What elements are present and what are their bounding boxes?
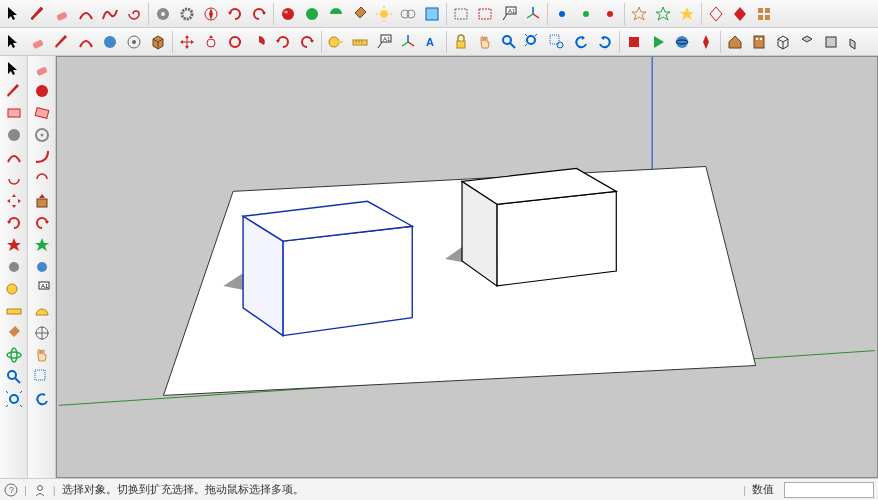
left-view-tool[interactable] bbox=[843, 30, 867, 54]
circle-center-side[interactable] bbox=[30, 124, 54, 146]
disc-small-side[interactable] bbox=[2, 256, 26, 278]
curve-red-side[interactable] bbox=[2, 146, 26, 168]
rotate-cw-side[interactable] bbox=[30, 212, 54, 234]
eraser-side[interactable] bbox=[30, 58, 54, 80]
gear-tool[interactable] bbox=[175, 2, 199, 26]
line-tool[interactable] bbox=[26, 2, 50, 26]
crosshair-alt-side[interactable] bbox=[30, 190, 54, 212]
lock-tool[interactable] bbox=[449, 30, 473, 54]
hand-tool[interactable] bbox=[473, 30, 497, 54]
circle-side[interactable] bbox=[2, 124, 26, 146]
text-note-tool[interactable]: A1 bbox=[497, 2, 521, 26]
text-note-side[interactable]: A1 bbox=[30, 278, 54, 300]
axis-tool[interactable] bbox=[521, 2, 545, 26]
dot-red-tool[interactable] bbox=[598, 2, 622, 26]
sun-tool[interactable] bbox=[372, 2, 396, 26]
measure-side[interactable] bbox=[2, 300, 26, 322]
info-icon[interactable]: ? bbox=[4, 483, 18, 497]
hand-side[interactable] bbox=[30, 344, 54, 366]
rotate-tool[interactable] bbox=[223, 2, 247, 26]
arc-side[interactable] bbox=[30, 146, 54, 168]
pencil-side[interactable] bbox=[2, 80, 26, 102]
spiral-alt-side[interactable] bbox=[30, 168, 54, 190]
grid-tool[interactable] bbox=[752, 2, 776, 26]
3d-text-tool[interactable]: A bbox=[420, 30, 444, 54]
diamond-tool[interactable] bbox=[704, 2, 728, 26]
eraser-tool-2[interactable] bbox=[26, 30, 50, 54]
sphere-view-tool[interactable] bbox=[670, 30, 694, 54]
disc-blue-side[interactable] bbox=[30, 256, 54, 278]
dot-green-tool[interactable] bbox=[574, 2, 598, 26]
freehand-tool[interactable] bbox=[98, 2, 122, 26]
undo-side[interactable] bbox=[30, 388, 54, 410]
person-icon[interactable] bbox=[33, 483, 47, 497]
rect-side[interactable] bbox=[2, 102, 26, 124]
star-green-side[interactable] bbox=[30, 234, 54, 256]
rect-rot-side[interactable] bbox=[30, 102, 54, 124]
star-filled-tool[interactable] bbox=[675, 2, 699, 26]
front-view-tool[interactable] bbox=[819, 30, 843, 54]
iso-view-tool[interactable] bbox=[771, 30, 795, 54]
filled-circle-tool[interactable] bbox=[300, 2, 324, 26]
rotate-ccw-side[interactable] bbox=[2, 212, 26, 234]
right-view-tool[interactable] bbox=[867, 30, 878, 54]
spiral-tool[interactable] bbox=[122, 2, 146, 26]
pencil-tool-2[interactable] bbox=[50, 30, 74, 54]
diamond-tool-2[interactable] bbox=[728, 2, 752, 26]
axis-tool-2[interactable] bbox=[396, 30, 420, 54]
protractor-side[interactable] bbox=[30, 300, 54, 322]
dashed-rect-tool-2[interactable] bbox=[473, 2, 497, 26]
rotate-ccw-tool[interactable] bbox=[271, 30, 295, 54]
sphere-tool[interactable] bbox=[276, 2, 300, 26]
window-tool[interactable] bbox=[420, 2, 444, 26]
play-tool[interactable] bbox=[646, 30, 670, 54]
building-tool[interactable] bbox=[747, 30, 771, 54]
zoom-window-tool[interactable] bbox=[545, 30, 569, 54]
tape-side[interactable] bbox=[2, 278, 26, 300]
star-red-side[interactable] bbox=[2, 234, 26, 256]
measure-tool[interactable] bbox=[348, 30, 372, 54]
dot-blue-tool[interactable] bbox=[550, 2, 574, 26]
target-side[interactable] bbox=[30, 322, 54, 344]
spiral-side[interactable] bbox=[2, 168, 26, 190]
select-tool-2[interactable] bbox=[2, 30, 26, 54]
move-tool[interactable] bbox=[175, 30, 199, 54]
viewport-3d[interactable] bbox=[56, 56, 878, 478]
target-tool[interactable] bbox=[122, 30, 146, 54]
value-input[interactable] bbox=[784, 482, 874, 498]
paint-tool[interactable] bbox=[348, 2, 372, 26]
house-tool[interactable] bbox=[723, 30, 747, 54]
half-circle-tool[interactable] bbox=[324, 2, 348, 26]
rotate-arrows-tool[interactable] bbox=[223, 30, 247, 54]
crosshair-side[interactable] bbox=[2, 190, 26, 212]
select-tool[interactable] bbox=[2, 2, 26, 26]
rotate-cw-tool[interactable] bbox=[295, 30, 319, 54]
compass-tool[interactable] bbox=[199, 2, 223, 26]
arc-tool-2[interactable] bbox=[74, 30, 98, 54]
cube-tool[interactable] bbox=[146, 30, 170, 54]
top-view-tool[interactable] bbox=[795, 30, 819, 54]
zoom-ext-side[interactable] bbox=[2, 388, 26, 410]
disc-tool[interactable] bbox=[151, 2, 175, 26]
redo-nav-tool[interactable] bbox=[593, 30, 617, 54]
globe-side[interactable] bbox=[30, 80, 54, 102]
stop-tool[interactable] bbox=[622, 30, 646, 54]
eraser-tool[interactable] bbox=[50, 2, 74, 26]
arc-tool[interactable] bbox=[74, 2, 98, 26]
redo-tool[interactable] bbox=[247, 2, 271, 26]
undo-nav-tool[interactable] bbox=[569, 30, 593, 54]
select-tool-side[interactable] bbox=[2, 58, 26, 80]
star-tool[interactable] bbox=[627, 2, 651, 26]
disc-blue-tool[interactable] bbox=[98, 30, 122, 54]
magnify-side[interactable] bbox=[2, 366, 26, 388]
circles-tool[interactable] bbox=[396, 2, 420, 26]
star-tool-2[interactable] bbox=[651, 2, 675, 26]
rotate-move-tool[interactable] bbox=[199, 30, 223, 54]
orbit-side[interactable] bbox=[2, 344, 26, 366]
text-note-tool-2[interactable]: A1 bbox=[372, 30, 396, 54]
tape-tool[interactable] bbox=[324, 30, 348, 54]
compass-red-tool[interactable] bbox=[694, 30, 718, 54]
magnify-tool[interactable] bbox=[497, 30, 521, 54]
dashed-rect-tool[interactable] bbox=[449, 2, 473, 26]
zoom-extents-tool[interactable] bbox=[521, 30, 545, 54]
